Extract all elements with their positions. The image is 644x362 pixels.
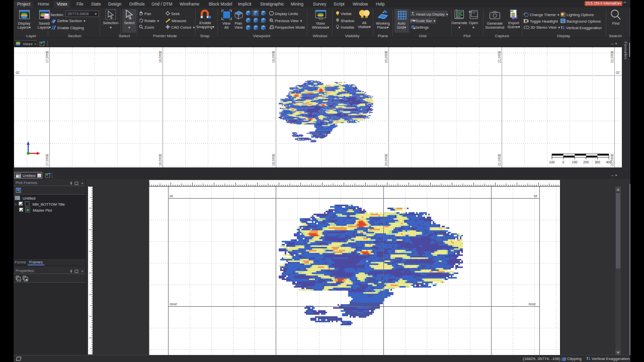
svg-text:300: 300 [595, 160, 600, 164]
svg-text:21,000E: 21,000E [498, 153, 501, 166]
svg-text:CAD: CAD [511, 10, 515, 12]
svg-text:18,000E: 18,000E [158, 50, 162, 63]
svg-text:17,000E: 17,000E [45, 153, 49, 166]
svg-text:0: 0 [562, 160, 565, 164]
svg-text:200: 200 [583, 160, 589, 164]
svg-text:0Z: 0Z [534, 195, 537, 198]
svg-text:100: 100 [572, 160, 578, 164]
svg-text:-500Z: -500Z [528, 303, 536, 306]
svg-text:400: 400 [606, 160, 612, 164]
svg-text:0Z: 0Z [170, 195, 173, 198]
svg-text:20,000E: 20,000E [384, 50, 388, 63]
svg-text:20,000E: 20,000E [384, 153, 388, 166]
svg-text:0Z: 0Z [616, 71, 620, 74]
svg-text:21,000E: 21,000E [498, 50, 501, 63]
svg-text:-500Z: -500Z [169, 303, 177, 306]
svg-text:19,000E: 19,000E [272, 153, 275, 166]
svg-text:0Z: 0Z [16, 71, 20, 74]
svg-text:22,000E: 22,000E [610, 50, 614, 63]
svg-text:22,000E: 22,000E [610, 153, 614, 166]
svg-text:100: 100 [549, 160, 555, 164]
svg-text:19,000E: 19,000E [272, 50, 275, 63]
svg-text:17,000E: 17,000E [45, 50, 49, 63]
svg-text:18,000E: 18,000E [158, 153, 162, 166]
